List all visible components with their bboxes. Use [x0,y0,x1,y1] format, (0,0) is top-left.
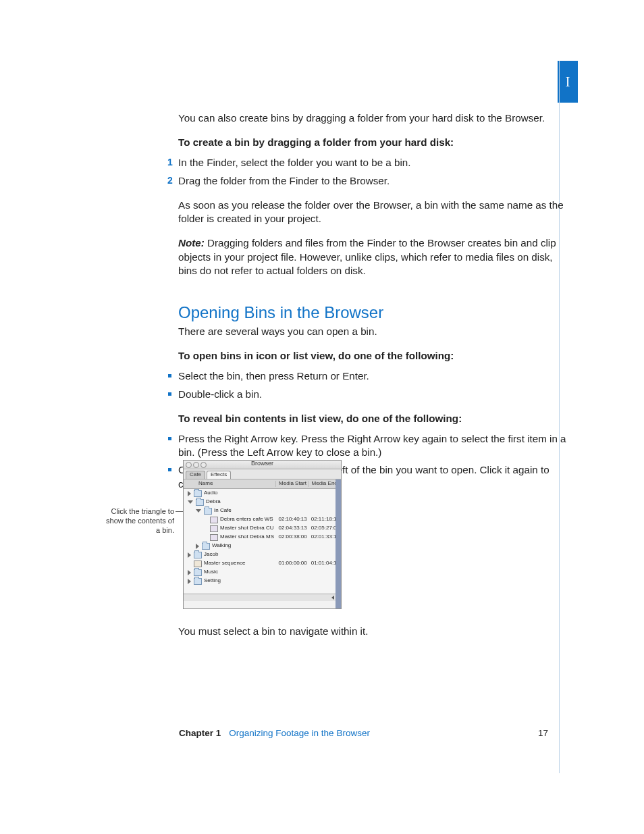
window-title: Browser [251,460,273,467]
disclosure-triangle-icon[interactable] [188,491,191,496]
step-text: Drag the folder from the Finder to the B… [178,175,390,186]
disclosure-triangle-icon[interactable] [196,509,201,513]
disclosure-triangle-icon[interactable] [188,500,193,504]
numbered-steps: 1In the Finder, select the folder you wa… [178,156,570,187]
tree-row[interactable]: Music [184,568,341,577]
chapter-label: Chapter 1 [179,727,221,739]
media-start-cell: 02:04:33:13 [275,525,308,531]
window-controls[interactable] [186,462,207,468]
bullet-item: Press the Right Arrow key. Press the Rig… [178,432,570,459]
page-number: 17 [538,727,548,739]
tree-row[interactable]: Debra enters cafe WS02:10:40:1302:11:18:… [184,515,341,524]
row-label: Walking [212,543,231,549]
clip-icon [210,525,218,532]
folder-icon [196,499,204,506]
row-label: Music [204,569,218,575]
subtask-heading: To reveal bin contents in list view, do … [178,412,570,425]
tree-row[interactable]: Master shot Debra MS02:00:38:0002:01:33:… [184,533,341,542]
sequence-icon [194,561,202,567]
section-heading: Opening Bins in the Browser [178,302,570,323]
row-label: Jacob [204,552,218,558]
zoom-icon[interactable] [200,462,207,468]
media-start-cell: 02:00:38:00 [275,534,308,540]
bullet-item: Select the bin, then press Return or Ent… [178,369,570,383]
chapter-title: Organizing Footage in the Browser [229,727,370,739]
clip-icon [210,517,218,523]
note-label: Note: [178,237,205,249]
horizontal-scrollbar[interactable] [184,594,341,601]
tree-row[interactable]: Jacob [184,550,341,559]
tree-row[interactable]: Walking [184,542,341,550]
row-label: Audio [204,490,217,496]
folder-icon [194,490,202,497]
row-label: Setting [204,578,221,584]
step-number: 2 [167,174,173,187]
tab-effects[interactable]: Effects [207,471,231,479]
subtask-heading: To open bins in icon or list view, do on… [178,349,570,363]
bullet-item: Double-click a bin. [178,388,570,401]
media-start-cell: 02:10:40:13 [275,517,308,523]
section-tab: I [558,61,578,103]
folder-icon [202,543,210,550]
window-titlebar: Browser [184,461,341,469]
disclosure-triangle-icon[interactable] [188,552,191,558]
intro-paragraph: You can also create bins by dragging a f… [178,111,570,125]
page-body: You can also create bins by dragging a f… [178,111,570,495]
close-icon[interactable] [186,462,192,468]
tree-row[interactable]: Setting [184,577,341,585]
column-headers: Name Media Start Media End [184,479,341,489]
disclosure-triangle-icon[interactable] [188,579,191,584]
step-item: 1In the Finder, select the folder you wa… [178,156,570,170]
step-item: 2Drag the folder from the Finder to the … [178,174,570,188]
tree-row[interactable]: Master shot Debra CU02:04:33:1302:05:27:… [184,524,341,533]
task-heading: To create a bin by dragging a folder fro… [178,136,570,149]
row-label: Master shot Debra CU [220,525,274,531]
folder-icon [204,508,212,515]
tree-row[interactable]: In Cafe [184,506,341,515]
tab-row: Cafe Effects [184,469,341,479]
closing-paragraph: You must select a bin to navigate within… [178,625,570,638]
disclosure-triangle-icon[interactable] [196,544,199,549]
bullet-list: Select the bin, then press Return or Ent… [178,369,570,400]
disclosure-triangle-icon[interactable] [188,570,191,575]
media-start-cell: 01:00:00:00 [275,561,308,567]
tree-row[interactable]: Master sequence01:00:00:0001:01:04:15 [184,559,341,568]
step-text: In the Finder, select the folder you wan… [178,157,410,168]
tree-row[interactable]: Audio [184,489,341,498]
scroll-left-icon[interactable] [331,596,334,600]
folder-icon [194,552,202,558]
column-header-media-start[interactable]: Media Start [276,481,308,487]
page-footer: Chapter 1 Organizing Footage in the Brow… [179,727,567,739]
note-paragraph: Note: Dragging folders and files from th… [178,236,570,278]
folder-icon [194,569,202,576]
row-label: Master sequence [204,561,245,567]
row-label: In Cafe [214,508,232,514]
result-paragraph: As soon as you release the folder over t… [178,199,570,226]
note-text: Dragging folders and files from the Find… [178,237,556,276]
browser-tree[interactable]: AudioDebraIn CafeDebra enters cafe WS02:… [184,489,341,601]
minimize-icon[interactable] [193,462,199,468]
tree-row[interactable]: Debra [184,498,341,506]
figure-caption: Click the triangle to show the contents … [100,507,174,535]
clip-icon [210,534,218,541]
section-intro: There are several ways you can open a bi… [178,325,570,338]
folder-icon [194,578,202,585]
row-label: Debra enters cafe WS [220,517,273,523]
row-label: Master shot Debra MS [220,534,274,540]
step-number: 1 [167,156,173,169]
tab-cafe[interactable]: Cafe [186,471,205,479]
browser-window: Browser Cafe Effects Name Media Start Me… [183,460,342,609]
column-header-name[interactable]: Name [184,481,276,487]
vertical-scrollbar[interactable] [336,479,341,608]
row-label: Debra [206,499,221,505]
